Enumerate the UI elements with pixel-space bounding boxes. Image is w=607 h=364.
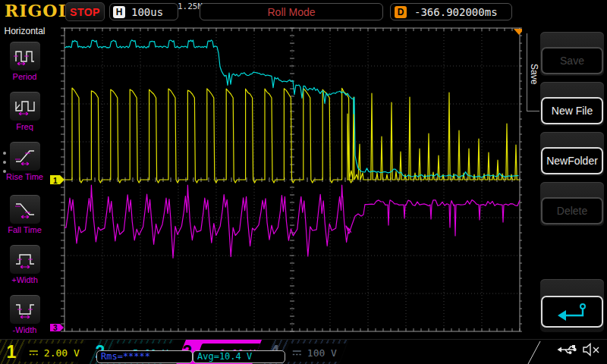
menu-item-period[interactable]: Period bbox=[0, 41, 49, 81]
corner-divider bbox=[527, 340, 542, 364]
rise-time-icon bbox=[14, 147, 36, 165]
measure-menu-title: Horizontal bbox=[0, 23, 49, 36]
coupling-icon bbox=[29, 349, 39, 356]
timebase-value: 100us bbox=[131, 6, 163, 18]
fall-time-icon bbox=[14, 200, 36, 218]
run-state-indicator: STOP bbox=[65, 2, 105, 21]
softkey-delete[interactable]: Delete bbox=[540, 182, 604, 226]
rms-measurement: Rms=***** bbox=[96, 350, 193, 363]
minus-width-icon bbox=[14, 300, 36, 318]
avg-measurement: Avg=10.4 V bbox=[193, 350, 285, 363]
return-arrow-icon bbox=[555, 302, 589, 322]
menu-item-rise-time[interactable]: Rise Time bbox=[0, 141, 49, 181]
top-bar: RIGOL STOP H 100us 1.25MSa/s Roll Mode D… bbox=[0, 0, 607, 24]
softkey-new-file[interactable]: New File bbox=[540, 82, 604, 126]
svg-text:3: 3 bbox=[53, 324, 58, 332]
ch3-offset-marker[interactable]: 3 bbox=[50, 324, 64, 332]
acquisition-mode-box: Roll Mode bbox=[200, 3, 383, 20]
save-menu: Save Save New File NewFolder Delete bbox=[522, 23, 607, 339]
channel-4-scale: 100 V bbox=[307, 347, 337, 358]
softkey-back[interactable] bbox=[540, 279, 604, 332]
rigol-logo: RIGOL bbox=[5, 1, 71, 20]
graticule: 13 bbox=[49, 23, 524, 339]
menu-item-fall-time[interactable]: Fall Time bbox=[0, 194, 49, 234]
horizontal-offset-box[interactable]: D -366.902000ms bbox=[390, 3, 512, 20]
horizontal-offset-value: -366.902000ms bbox=[414, 6, 498, 18]
menu-page-dots bbox=[3, 152, 6, 173]
period-icon bbox=[14, 47, 36, 65]
menu-item-plus-width[interactable]: +Width bbox=[0, 244, 49, 284]
menu-item-freq[interactable]: Freq bbox=[0, 91, 49, 131]
coupling-icon bbox=[292, 349, 302, 356]
channel-bar: 1 2.00 V 2 5.00 V 3 1. bbox=[0, 339, 607, 364]
waveform-display: 13 Rms=***** Avg=10.4 V bbox=[49, 23, 524, 339]
h-badge: H bbox=[113, 6, 125, 18]
oscilloscope-screen: RIGOL STOP H 100us 1.25MSa/s Roll Mode D… bbox=[0, 0, 607, 364]
usb-icon bbox=[557, 343, 577, 356]
timebase-box[interactable]: H 100us bbox=[109, 3, 178, 20]
measure-menu: Horizontal Period Freq bbox=[0, 23, 50, 339]
softkey-new-folder[interactable]: NewFolder bbox=[540, 132, 604, 176]
freq-icon bbox=[14, 97, 36, 115]
ch1-offset-marker[interactable]: 1 bbox=[50, 175, 64, 185]
acquisition-mode: Roll Mode bbox=[267, 6, 315, 18]
svg-text:1: 1 bbox=[53, 177, 58, 185]
save-menu-tab: Save bbox=[527, 33, 539, 111]
channel-1-scale: 2.00 V bbox=[44, 347, 80, 358]
softkey-save[interactable]: Save bbox=[540, 32, 604, 76]
speaker-muted-icon bbox=[583, 343, 601, 356]
delay-badge: D bbox=[395, 6, 407, 18]
menu-item-minus-width[interactable]: -Width bbox=[0, 294, 49, 334]
plus-width-icon bbox=[14, 250, 36, 268]
channel-1-block[interactable]: 1 2.00 V bbox=[0, 340, 86, 364]
